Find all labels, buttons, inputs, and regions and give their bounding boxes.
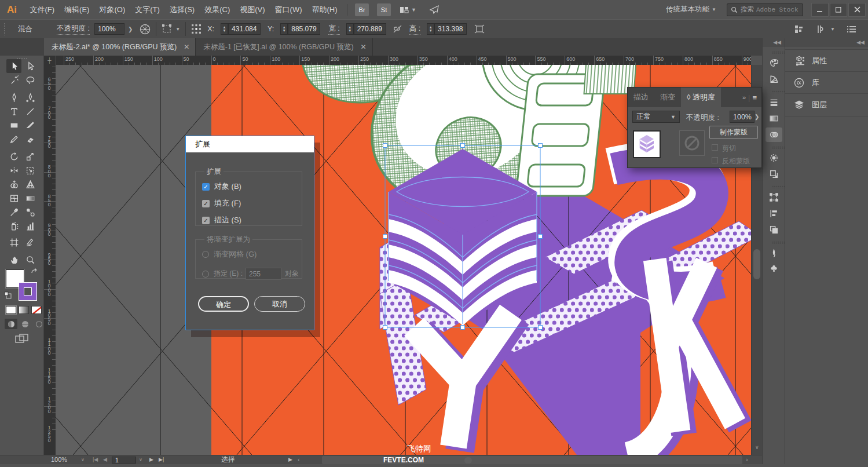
bounding-box-icon[interactable] <box>162 24 173 34</box>
search-input[interactable]: 搜索 Adobe Stock <box>727 3 803 16</box>
color-panel[interactable] <box>766 56 782 70</box>
tool-scale[interactable] <box>23 149 38 163</box>
x-field[interactable]: 431.084 <box>228 23 261 35</box>
screen-mode-normal[interactable] <box>5 319 17 329</box>
tool-eyedropper[interactable] <box>6 205 21 219</box>
swap-fill-stroke-icon[interactable] <box>30 268 39 276</box>
gradient-mesh-radio[interactable] <box>202 251 209 258</box>
tool-width[interactable] <box>6 163 21 177</box>
panel-expand-icon[interactable]: » <box>742 94 746 101</box>
last-artboard-icon[interactable]: ▶| <box>159 455 164 464</box>
artboards-panel[interactable] <box>766 167 782 181</box>
gradient-mode-button[interactable] <box>19 306 29 314</box>
menu-item-3[interactable]: 文字(T) <box>130 0 165 19</box>
menu-item-8[interactable]: 帮助(H) <box>307 0 342 19</box>
opacity-field[interactable]: 100% <box>94 23 124 35</box>
specify-input[interactable]: 255 <box>246 268 281 280</box>
panel-opacity-arrow[interactable]: ❯ <box>755 111 762 123</box>
window-close-button[interactable] <box>848 3 866 17</box>
ok-button[interactable]: 确定 <box>198 296 249 312</box>
arrange-documents-button[interactable]: ▼ <box>400 6 416 14</box>
change-screen-mode-icon[interactable] <box>15 334 30 344</box>
screen-mode-full[interactable] <box>32 319 45 329</box>
tool-free-transform[interactable] <box>23 163 38 177</box>
tool-paintbrush[interactable] <box>23 118 38 132</box>
artboard-dropdown-icon[interactable]: ∨ <box>139 455 142 464</box>
none-mode-button[interactable] <box>31 306 42 314</box>
panel-tab-layers[interactable]: 图层 <box>785 94 868 116</box>
status-expand-icon[interactable]: ▶ <box>288 455 292 464</box>
tool-hand[interactable] <box>6 253 21 267</box>
object-thumbnail[interactable] <box>633 130 661 158</box>
color-wheel-icon[interactable] <box>140 24 151 35</box>
panel-opacity-field[interactable]: 100% <box>730 111 755 123</box>
scroll-down-icon[interactable]: ∨ <box>755 444 759 450</box>
tool-perspective-grid[interactable] <box>23 177 38 191</box>
tool-magic-wand[interactable] <box>6 73 21 87</box>
y-spinner[interactable]: ▲▼ <box>280 23 288 35</box>
align-grid-icon[interactable] <box>794 24 804 34</box>
tool-gradient[interactable] <box>23 191 38 205</box>
x-spinner[interactable]: ▲▼ <box>221 23 228 35</box>
transform-icon[interactable] <box>474 24 485 34</box>
tab-close-icon[interactable]: ✕ <box>361 43 367 51</box>
width-field[interactable]: 270.889 <box>354 23 386 35</box>
magic-selection-panel[interactable] <box>766 151 782 165</box>
menu-item-6[interactable]: 视图(V) <box>235 0 270 19</box>
y-field[interactable]: 885.079 <box>288 23 320 35</box>
rocket-icon[interactable] <box>429 5 440 14</box>
window-maximize-button[interactable] <box>830 3 847 17</box>
tool-curvature[interactable] <box>23 90 38 104</box>
object-checkbox[interactable]: ✓ <box>202 183 210 191</box>
statusbar-zoom-value[interactable]: 100% <box>51 455 67 464</box>
dock-collapse-icon[interactable]: ◀◀ <box>763 38 785 47</box>
tool-artboard[interactable] <box>6 235 21 249</box>
menu-item-4[interactable]: 选择(S) <box>164 0 199 19</box>
opacity-expand-arrow[interactable]: ❯ <box>128 26 133 32</box>
scroll-left-icon[interactable]: ‹ <box>298 455 300 464</box>
menu-item-0[interactable]: 文件(F) <box>25 0 60 19</box>
stock-button[interactable]: St <box>377 3 391 16</box>
mask-thumbnail-placeholder[interactable] <box>679 130 705 156</box>
menu-item-5[interactable]: 效果(C) <box>200 0 235 19</box>
dock-collapse-icon2[interactable]: ◀◀ <box>785 38 868 47</box>
height-label[interactable]: 高 : <box>409 24 420 35</box>
tool-rectangle[interactable] <box>6 118 21 132</box>
specify-radio[interactable] <box>202 271 209 278</box>
transform-panel[interactable] <box>766 190 782 205</box>
bridge-button[interactable]: Br <box>355 3 369 16</box>
tool-zoom[interactable] <box>23 253 38 267</box>
tab-stroke[interactable]: 描边 <box>628 87 654 107</box>
scroll-right-icon[interactable]: › <box>746 455 748 464</box>
gradient-panel[interactable] <box>766 111 782 126</box>
cancel-button[interactable]: 取消 <box>254 296 305 312</box>
width-label[interactable]: 宽 : <box>328 24 339 35</box>
tool-shape-builder[interactable] <box>6 177 21 191</box>
reference-point-icon[interactable] <box>191 24 202 34</box>
color-mode-button[interactable] <box>6 306 16 314</box>
dialog-title[interactable]: 扩展 <box>186 136 314 152</box>
height-spinner[interactable]: ▲▼ <box>427 23 434 35</box>
color-guide-panel[interactable] <box>766 72 782 86</box>
vertical-scrollbar-thumb[interactable] <box>753 249 760 279</box>
tool-slice[interactable] <box>23 235 38 249</box>
horizontal-scrollbar-thumb[interactable] <box>464 457 472 464</box>
workspace-icon[interactable] <box>816 24 828 34</box>
opacity-label[interactable]: 不透明度 : <box>57 24 90 35</box>
tool-eraser[interactable] <box>23 132 38 146</box>
clip-checkbox[interactable] <box>712 144 718 151</box>
pathfinder-panel[interactable] <box>766 222 782 237</box>
panel-tab-libraries[interactable]: 库 <box>785 72 868 94</box>
tool-lasso[interactable] <box>23 73 38 87</box>
transparency-panel-icon[interactable] <box>766 127 782 142</box>
tool-column-graph[interactable] <box>23 219 38 233</box>
tool-mesh[interactable] <box>6 191 21 205</box>
workspace-switcher[interactable]: 传统基本功能 ▼ <box>666 5 716 14</box>
menu-list-icon[interactable] <box>847 25 856 34</box>
brushes-panel[interactable] <box>766 246 782 260</box>
fill-checkbox[interactable]: ✓ <box>202 200 210 207</box>
height-field[interactable]: 313.398 <box>434 23 467 35</box>
make-mask-button[interactable]: 制作蒙版 <box>709 126 758 139</box>
window-minimize-button[interactable] <box>811 3 829 17</box>
tool-blend[interactable] <box>23 205 38 219</box>
